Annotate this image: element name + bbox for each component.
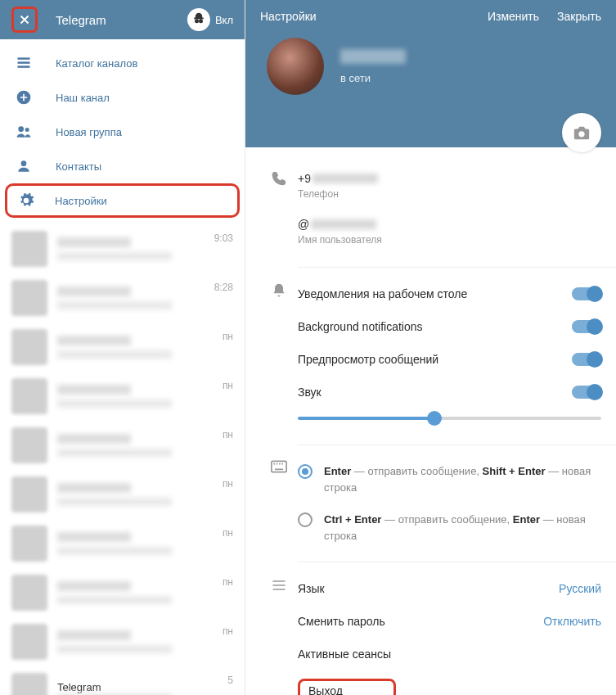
close-button[interactable]: [11, 7, 38, 33]
svg-rect-7: [272, 461, 286, 472]
profile-status: в сети: [340, 72, 406, 84]
chat-time: 9:03: [214, 232, 233, 244]
chat-time: 5: [227, 675, 233, 686]
send-mode-ctrl-enter-radio[interactable]: [298, 512, 312, 527]
chat-row[interactable]: пн: [0, 421, 245, 470]
menu-catalog[interactable]: Каталог каналов: [0, 46, 245, 80]
svg-point-4: [18, 126, 24, 132]
edit-button[interactable]: Изменить: [488, 10, 539, 23]
left-header: Telegram Вкл: [0, 0, 245, 39]
right-panel: Настройки Изменить Закрыть в сети +9: [245, 0, 616, 695]
change-password-row[interactable]: Сменить пароль Отключить: [298, 605, 601, 638]
slider-thumb[interactable]: [427, 411, 442, 426]
left-panel: Telegram Вкл Каталог каналов Наш канал Н…: [0, 0, 245, 695]
sound-toggle[interactable]: [572, 386, 601, 399]
chat-name: [57, 385, 131, 395]
language-label: Язык: [298, 582, 325, 595]
chat-avatar: [11, 476, 47, 512]
close-icon: [17, 12, 32, 27]
group-icon: [15, 123, 33, 141]
chat-preview: [57, 252, 172, 260]
settings-body: +9 Телефон @ Имя пользователя Уведомлени…: [245, 147, 616, 695]
language-value: Русский: [559, 582, 601, 595]
chat-avatar: [11, 378, 47, 414]
settings-header: Настройки Изменить Закрыть в сети: [245, 0, 616, 147]
incognito-icon[interactable]: [187, 8, 210, 31]
chat-preview: [57, 645, 172, 653]
chat-row[interactable]: Telegram 5: [0, 666, 245, 695]
list-icon: [15, 54, 33, 72]
app-title: Telegram: [56, 13, 106, 27]
chat-time: пн: [223, 576, 233, 588]
settings-title: Настройки: [260, 10, 317, 23]
svg-rect-2: [18, 65, 30, 68]
active-sessions-label: Активные сеансы: [298, 648, 391, 661]
radio-enter-text: Enter — отправить сообщение, Shift + Ent…: [324, 463, 601, 495]
menu-label: Контакты: [56, 160, 101, 173]
username-label: Имя пользователя: [298, 234, 601, 246]
chat-preview: [57, 596, 172, 604]
chat-avatar: [11, 280, 47, 316]
chat-name: Telegram: [57, 681, 227, 693]
preview-toggle[interactable]: [572, 353, 601, 366]
chat-preview: [57, 498, 172, 506]
phone-label: Телефон: [298, 188, 601, 200]
chat-name: [57, 287, 131, 296]
svg-rect-1: [18, 61, 30, 64]
chat-row[interactable]: пн: [0, 372, 245, 421]
change-password-value: Отключить: [543, 615, 601, 628]
chat-row[interactable]: 8:28: [0, 273, 245, 323]
chat-row[interactable]: пн: [0, 568, 245, 617]
svg-point-6: [21, 160, 27, 166]
header-toggle-label: Вкл: [215, 14, 233, 26]
plus-circle-icon: [15, 88, 33, 106]
chat-avatar: [11, 526, 47, 562]
chat-preview: [57, 399, 172, 408]
send-mode-enter-radio[interactable]: [298, 464, 312, 479]
preview-label: Предпросмотр сообщений: [298, 353, 438, 366]
menu-label: Каталог каналов: [56, 57, 137, 70]
notif-desktop-toggle[interactable]: [572, 287, 601, 300]
hamburger-icon: [260, 572, 298, 695]
chat-avatar: [11, 575, 47, 611]
chat-row[interactable]: 9:03: [0, 224, 245, 273]
change-password-label: Сменить пароль: [298, 615, 385, 628]
language-row[interactable]: Язык Русский: [298, 572, 601, 605]
svg-point-5: [25, 128, 29, 132]
camera-button[interactable]: [562, 113, 601, 152]
menu-our-channel[interactable]: Наш канал: [0, 80, 245, 115]
avatar[interactable]: [267, 38, 324, 95]
chat-list[interactable]: 9:03 8:28 пн пн пн пн: [0, 224, 245, 695]
header-right: Вкл: [187, 8, 233, 31]
chat-name: [57, 336, 131, 345]
person-icon: [15, 157, 33, 175]
svg-rect-0: [18, 57, 30, 60]
chat-name: [57, 434, 131, 444]
phone-value: +9: [298, 172, 311, 185]
chat-time: пн: [223, 478, 233, 490]
chat-row[interactable]: пн: [0, 470, 245, 519]
chat-time: пн: [223, 527, 233, 539]
chat-avatar: [11, 329, 47, 365]
volume-slider[interactable]: [298, 417, 601, 420]
notif-bg-toggle[interactable]: [572, 320, 601, 333]
close-settings-button[interactable]: Закрыть: [557, 10, 601, 23]
svg-rect-8: [273, 463, 275, 465]
menu-new-group[interactable]: Новая группа: [0, 115, 245, 149]
menu-contacts[interactable]: Контакты: [0, 149, 245, 183]
menu-settings[interactable]: Настройки: [5, 183, 240, 218]
chat-time: пн: [223, 625, 233, 637]
svg-rect-10: [279, 463, 281, 465]
chat-row[interactable]: пн: [0, 323, 245, 372]
username-value: @: [298, 218, 309, 231]
chat-name: [57, 630, 131, 640]
profile-name: [340, 49, 406, 64]
active-sessions-row[interactable]: Активные сеансы: [298, 638, 601, 670]
chat-row[interactable]: пн: [0, 519, 245, 568]
chat-preview: [57, 301, 172, 309]
logout-button[interactable]: Выход: [298, 679, 396, 695]
menu: Каталог каналов Наш канал Новая группа К…: [0, 39, 245, 224]
svg-rect-11: [281, 463, 283, 465]
chat-row[interactable]: пн: [0, 617, 245, 666]
chat-name: [57, 237, 131, 247]
